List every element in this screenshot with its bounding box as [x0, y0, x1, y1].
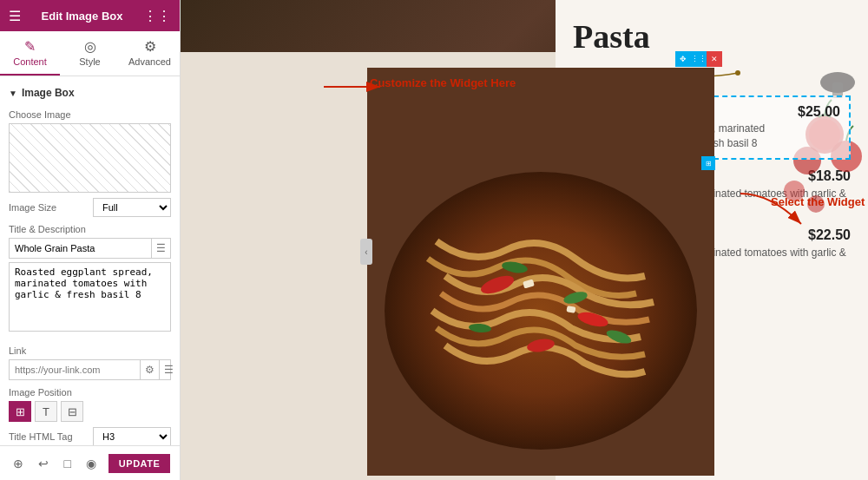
link-row: ⚙ ☰ [9, 359, 171, 380]
panel-content: ▼ Image Box Choose Image Image Size Full… [0, 76, 180, 445]
panel-title: Edit Image Box [21, 10, 143, 23]
pos-left-btn[interactable]: ⊞ [9, 401, 31, 422]
title-desc-label: Title & Description [9, 224, 171, 234]
advanced-tab-label: Advanced [128, 56, 171, 67]
title-html-tag-label: Title HTML Tag [9, 431, 73, 442]
svg-point-24 [735, 70, 740, 76]
title-input-wrapper: ☰ [9, 238, 171, 259]
tab-advanced[interactable]: ⚙ Advanced [120, 31, 180, 76]
food-image-box[interactable] [367, 68, 714, 476]
grid-icon[interactable]: ⋮⋮ [143, 8, 171, 24]
content-tab-icon: ✎ [24, 38, 36, 55]
section-arrow-icon: ▼ [9, 89, 17, 98]
image-size-label: Image Size [9, 202, 56, 213]
tab-style[interactable]: ◎ Style [60, 31, 120, 76]
preview-icon[interactable]: ◉ [82, 453, 100, 474]
section-header: ▼ Image Box [9, 83, 171, 102]
title-input[interactable] [10, 240, 151, 257]
select-widget-annotation: Select the Widget [771, 195, 865, 208]
menu-item-price-0: $25.00 [798, 104, 840, 120]
history-icon[interactable]: □ [61, 453, 75, 474]
undo-icon[interactable]: ↩ [35, 453, 52, 474]
image-size-select[interactable]: Full Large Medium Thumbnail [93, 198, 171, 217]
update-button[interactable]: UPDATE [108, 454, 170, 473]
title-html-tag-row: Title HTML Tag H3 H1 H2 H4 H5 H6 p span [9, 427, 171, 445]
hamburger-icon[interactable]: ☰ [9, 8, 21, 24]
link-label: Link [9, 345, 171, 356]
panel-header: ☰ Edit Image Box ⋮⋮ [0, 0, 180, 31]
food-image-svg [367, 68, 714, 476]
pos-right-btn[interactable]: ⊟ [61, 401, 83, 422]
customize-annotation: Customize the Widget Here [370, 76, 516, 89]
title-html-tag-select[interactable]: H3 H1 H2 H4 H5 H6 p span [93, 427, 171, 445]
close-widget-btn[interactable]: ✕ [707, 51, 722, 67]
right-canvas: ‹ ⊞ ✥ ⋮⋮ ✕ Customize the Widget Here Sel… [181, 0, 868, 480]
link-settings-icon[interactable]: ⚙ [140, 360, 159, 379]
menu-title: Pasta [573, 17, 851, 56]
link-input[interactable] [10, 361, 140, 378]
style-tab-label: Style [79, 56, 100, 67]
style-tab-icon: ◎ [84, 38, 96, 55]
move-widget-btn[interactable]: ✥ [675, 51, 691, 67]
scroll-handle[interactable]: ‹ [360, 239, 372, 265]
add-icon[interactable]: ⊕ [10, 453, 27, 474]
tabs-bar: ✎ Content ◎ Style ⚙ Advanced [0, 31, 180, 76]
left-panel: ☰ Edit Image Box ⋮⋮ ✎ Content ◎ Style ⚙ … [0, 0, 181, 480]
title-list-icon[interactable]: ☰ [151, 239, 170, 258]
image-position-row: ⊞ T ⊟ [9, 401, 171, 422]
link-list-icon[interactable]: ☰ [159, 360, 178, 379]
resize-handle[interactable]: ⊞ [701, 156, 715, 170]
grid-widget-btn[interactable]: ⋮⋮ [691, 51, 707, 67]
image-position-label: Image Position [9, 387, 171, 398]
content-tab-label: Content [13, 56, 47, 67]
bottom-bar: ⊕ ↩ □ ◉ UPDATE [0, 445, 180, 480]
advanced-tab-icon: ⚙ [144, 38, 156, 55]
choose-image-label: Choose Image [9, 109, 171, 120]
tab-content[interactable]: ✎ Content [0, 31, 60, 76]
section-title: Image Box [22, 87, 75, 99]
image-placeholder[interactable] [9, 123, 171, 193]
widget-toolbar-top: ✥ ⋮⋮ ✕ [675, 51, 722, 67]
description-textarea[interactable]: Roasted eggplant spread, marinated tomat… [9, 262, 171, 332]
image-size-row: Image Size Full Large Medium Thumbnail [9, 198, 171, 217]
pos-center-btn[interactable]: T [35, 401, 57, 422]
